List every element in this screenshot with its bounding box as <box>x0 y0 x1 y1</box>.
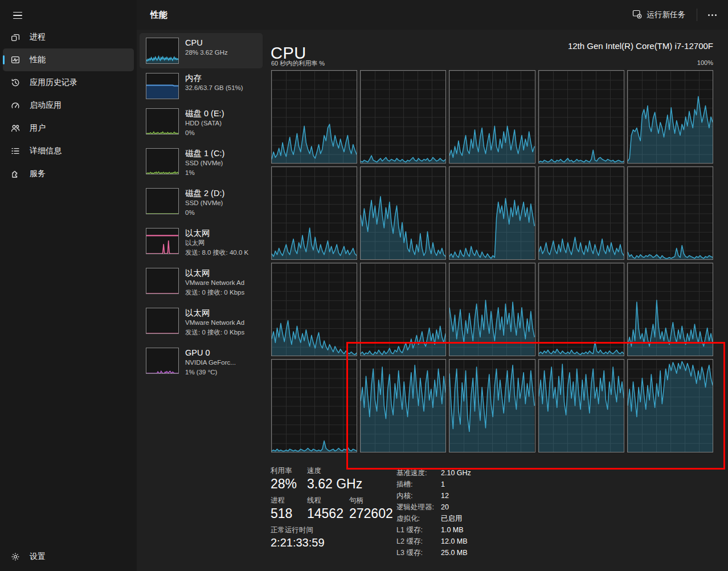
axis-label-utilization: 60 秒内的利用率 % <box>271 59 325 68</box>
perf-list-item-gpu-0[interactable]: GPU 0NVIDIA GeForc...1% (39 °C) <box>140 343 263 383</box>
run-new-task-label: 运行新任务 <box>647 10 686 20</box>
cpu-core-graph-lp-3 <box>538 70 624 164</box>
performance-icon <box>11 55 20 64</box>
cpu-core-graph-lp-11 <box>360 263 446 356</box>
cpu-core-graph-lp-16 <box>360 359 446 452</box>
detail-label: L3 缓存: <box>396 548 441 558</box>
perf-item-subtitle: 1% (39 °C) <box>185 368 236 377</box>
detail-value: 12.0 MB <box>441 537 468 545</box>
memory-mini-chart <box>146 73 179 99</box>
cpu-core-graph-lp-0 <box>271 70 357 164</box>
perf-item-text: 内存32.6/63.7 GB (51%) <box>185 73 243 99</box>
perf-item-subtitle: 1% <box>185 168 224 178</box>
perf-item-title: 以太网 <box>185 268 244 278</box>
sidebar-item-users[interactable]: 用户 <box>3 117 134 140</box>
cpu-detail-row: 插槽:1 <box>396 479 471 490</box>
detail-label: 插槽: <box>396 480 441 490</box>
perf-item-subtitle: 28% 3.62 GHz <box>185 48 228 58</box>
cpu-stats: 利用率 28% 速度 3.62 GHz 进程 518 线程 14562 <box>271 466 715 563</box>
sidebar-item-services[interactable]: 服务 <box>3 162 134 185</box>
ethernet-3-mini-chart <box>146 308 179 334</box>
cpu-model-name: 12th Gen Intel(R) Core(TM) i7-12700F <box>568 41 713 51</box>
perf-item-subtitle: SSD (NVMe) <box>185 198 224 208</box>
perf-list-item-ethernet-1[interactable]: 以太网以太网发送: 8.0 接收: 40.0 K <box>140 223 263 263</box>
stat-value: 518 <box>271 505 292 522</box>
detail-label: 基准速度: <box>396 468 441 478</box>
cpu-detail-row: L1 缓存:1.0 MB <box>396 524 471 536</box>
run-new-task-button[interactable]: 运行新任务 <box>625 5 693 25</box>
new-task-icon <box>632 9 642 21</box>
sidebar: 进程性能应用历史记录启动应用用户详细信息服务 设置 <box>0 0 137 571</box>
perf-list-item-memory[interactable]: 内存32.6/63.7 GB (51%) <box>140 68 263 104</box>
perf-item-text: 以太网VMware Network Ad发送: 0 接收: 0 Kbps <box>185 268 244 299</box>
sidebar-item-settings[interactable]: 设置 <box>3 545 134 568</box>
perf-item-subtitle: VMware Network Ad <box>185 318 244 328</box>
perf-list-item-disk-0[interactable]: 磁盘 0 (E:)HDD (SATA)0% <box>140 104 263 144</box>
cpu-core-graph-lp-1 <box>360 70 446 164</box>
cpu-core-graph-lp-7 <box>449 166 535 260</box>
stat-value: 14562 <box>307 505 343 522</box>
perf-list-item-ethernet-3[interactable]: 以太网VMware Network Ad发送: 0 接收: 0 Kbps <box>140 303 263 343</box>
perf-item-subtitle: SSD (NVMe) <box>185 158 224 168</box>
cpu-detail-row: 逻辑处理器:20 <box>396 501 471 513</box>
sidebar-bottom: 设置 <box>0 545 137 568</box>
sidebar-item-processes[interactable]: 进程 <box>3 26 134 48</box>
perf-item-text: 磁盘 0 (E:)HDD (SATA)0% <box>185 108 224 139</box>
perf-item-subtitle: 32.6/63.7 GB (51%) <box>185 83 243 93</box>
perf-item-title: 磁盘 2 (D:) <box>185 188 224 198</box>
perf-item-text: GPU 0NVIDIA GeForc...1% (39 °C) <box>185 348 236 378</box>
cpu-core-grid <box>271 70 713 452</box>
detail-value: 25.0 MB <box>441 549 468 557</box>
perf-item-text: CPU28% 3.62 GHz <box>185 38 228 64</box>
perf-list-item-disk-2[interactable]: 磁盘 2 (D:)SSD (NVMe)0% <box>140 183 263 223</box>
sidebar-item-label: 设置 <box>30 552 46 562</box>
stat-label: 正常运行时间 <box>271 525 325 535</box>
disk-0-mini-chart <box>146 108 179 134</box>
perf-list-item-disk-1[interactable]: 磁盘 1 (C:)SSD (NVMe)1% <box>140 144 263 183</box>
disk-2-mini-chart <box>146 188 179 214</box>
sidebar-item-app-history[interactable]: 应用历史记录 <box>3 71 134 94</box>
puzzle-icon <box>11 169 20 178</box>
cpu-core-graph-lp-5 <box>271 166 357 260</box>
performance-list: CPU28% 3.62 GHz内存32.6/63.7 GB (51%)磁盘 0 … <box>140 33 263 383</box>
cpu-mini-chart <box>146 38 179 64</box>
cpu-core-graph-lp-2 <box>449 70 535 164</box>
cpu-core-graph-lp-18 <box>538 359 624 452</box>
perf-item-text: 磁盘 1 (C:)SSD (NVMe)1% <box>185 148 224 179</box>
detail-label: 逻辑处理器: <box>396 503 441 512</box>
perf-item-title: 磁盘 0 (E:) <box>185 108 224 119</box>
sidebar-item-startup-apps[interactable]: 启动应用 <box>3 94 134 117</box>
cpu-core-graph-lp-13 <box>538 263 624 356</box>
stat-label: 线程 <box>307 496 343 505</box>
detail-value: 已启用 <box>441 514 463 524</box>
cpu-panel: CPU 12th Gen Intel(R) Core(TM) i7-12700F… <box>271 33 715 569</box>
sidebar-item-label: 性能 <box>30 55 46 65</box>
sidebar-item-label: 详细信息 <box>30 146 62 156</box>
stat-label: 速度 <box>307 466 362 475</box>
detail-value: 2.10 GHz <box>441 469 471 477</box>
list-icon <box>11 146 20 156</box>
stat-uptime: 正常运行时间 2:21:33:59 <box>271 525 325 550</box>
cpu-detail-row: 基准速度:2.10 GHz <box>396 467 471 479</box>
sidebar-item-details[interactable]: 详细信息 <box>3 140 134 162</box>
sidebar-item-performance[interactable]: 性能 <box>3 48 134 71</box>
perf-item-subtitle: 发送: 0 接收: 0 Kbps <box>185 328 244 337</box>
cpu-core-graph-lp-17 <box>449 359 535 452</box>
disk-1-mini-chart <box>146 148 179 174</box>
detail-label: L2 缓存: <box>396 537 441 546</box>
more-options-icon[interactable] <box>702 6 722 23</box>
divider <box>697 9 697 21</box>
perf-list-item-ethernet-2[interactable]: 以太网VMware Network Ad发送: 0 接收: 0 Kbps <box>140 263 263 303</box>
cpu-core-graph-lp-9 <box>627 166 713 260</box>
detail-value: 12 <box>441 492 449 500</box>
perf-item-title: 以太网 <box>185 308 244 318</box>
perf-list-item-cpu[interactable]: CPU28% 3.62 GHz <box>140 33 263 68</box>
cpu-core-graph-lp-6 <box>360 166 446 260</box>
perf-item-subtitle: VMware Network Ad <box>185 278 244 288</box>
perf-item-title: 磁盘 1 (C:) <box>185 148 224 158</box>
perf-item-text: 以太网VMware Network Ad发送: 0 接收: 0 Kbps <box>185 308 244 338</box>
hamburger-menu-icon[interactable] <box>8 7 27 24</box>
perf-item-subtitle: 0% <box>185 208 224 218</box>
stat-value: 3.62 GHz <box>307 475 362 492</box>
cpu-core-graph-lp-15 <box>271 359 357 452</box>
